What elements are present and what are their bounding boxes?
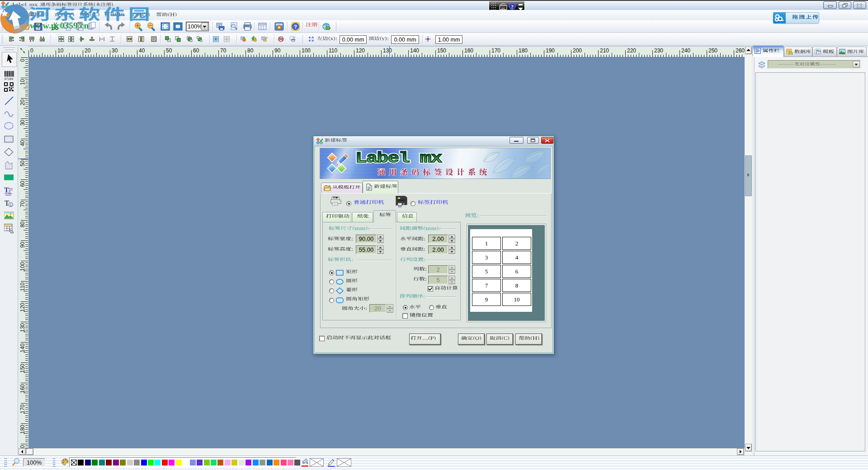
svg-text:a: a bbox=[8, 189, 10, 194]
svg-text:1: 1 bbox=[9, 202, 12, 207]
svg-text:?: ? bbox=[511, 4, 514, 10]
svg-text:37102: 37102 bbox=[4, 77, 13, 80]
svg-text:?: ? bbox=[294, 24, 297, 29]
svg-text:T: T bbox=[5, 199, 9, 207]
